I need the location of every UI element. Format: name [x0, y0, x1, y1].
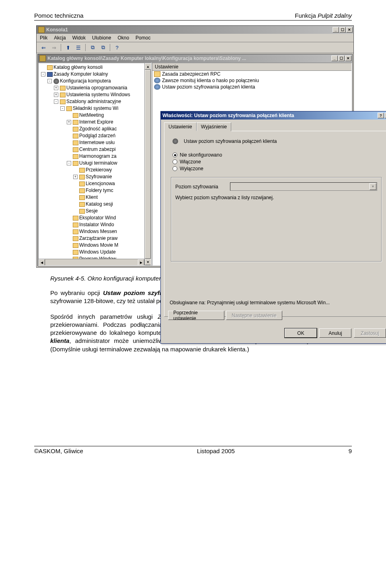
- folder-icon: [79, 168, 85, 173]
- vertical-scrollbar[interactable]: ▲ ▼: [144, 63, 151, 265]
- collapse-icon[interactable]: -: [67, 161, 71, 165]
- scroll-down-icon[interactable]: ▼: [145, 259, 151, 265]
- maximize-button[interactable]: ☐: [339, 27, 346, 33]
- menu-widok[interactable]: Widok: [72, 35, 86, 41]
- page-footer: ©ASKOM, Gliwice Listopad 2005 9: [34, 446, 352, 454]
- menu-plik[interactable]: Plik: [40, 35, 47, 41]
- radio-button[interactable]: [172, 159, 177, 164]
- radio-option[interactable]: Wyłączone: [172, 166, 382, 171]
- expand-icon[interactable]: +: [54, 93, 58, 97]
- list-header[interactable]: Ustawienie: [152, 63, 351, 71]
- minimize-button[interactable]: _: [333, 27, 339, 33]
- expand-icon[interactable]: +: [73, 175, 78, 179]
- folder-icon: [79, 188, 85, 193]
- tree-pane[interactable]: Katalog główny konsoli- Zasady Komputer …: [38, 62, 152, 266]
- tab-ustawienie[interactable]: Ustawienie: [164, 122, 197, 131]
- menu-okno[interactable]: Okno: [117, 35, 129, 41]
- tree-item[interactable]: Instalator Windo: [40, 221, 150, 228]
- radio-button[interactable]: [172, 153, 177, 157]
- collapse-icon[interactable]: -: [60, 106, 65, 111]
- tree-item[interactable]: Windows Messen: [40, 228, 150, 235]
- previous-setting-button[interactable]: Poprzednie ustawienie: [168, 311, 224, 320]
- tree-item[interactable]: Centrum zabezpi: [40, 146, 150, 153]
- tree-item[interactable]: - Usługi terminalow: [40, 160, 150, 167]
- dialog-titlebar[interactable]: Właściwości: Ustaw poziom szyfrowania po…: [161, 111, 386, 120]
- menu-ulubione[interactable]: Ulubione: [92, 35, 111, 41]
- encryption-level-dropdown[interactable]: ▼: [230, 182, 377, 191]
- ok-button[interactable]: OK: [285, 328, 317, 338]
- list-item[interactable]: Zasada zabezpieczeń RPC: [152, 71, 351, 77]
- up-button[interactable]: ⬆: [64, 43, 72, 52]
- folder-icon: [79, 202, 85, 207]
- folder-icon: [73, 243, 78, 248]
- tree-item-label: Klient: [86, 194, 98, 201]
- list-toggle-button[interactable]: ⧉: [99, 43, 107, 52]
- close-button[interactable]: ✕: [384, 113, 386, 118]
- tree-item[interactable]: - Szablony administracyjne: [40, 98, 150, 105]
- tree-item[interactable]: + Ustawienia oprogramowania: [40, 85, 150, 91]
- console-titlebar[interactable]: Konsola1 _ ☐ ✕: [37, 26, 353, 34]
- collapse-icon[interactable]: -: [41, 72, 45, 76]
- tree-item-label: Internetowe usłu: [79, 139, 115, 146]
- tree-item[interactable]: Zgodność aplikac: [40, 126, 150, 132]
- tree-item[interactable]: Foldery tymc: [40, 187, 150, 194]
- tree-item[interactable]: Licencjonowa: [40, 180, 150, 187]
- tree-item[interactable]: Podgląd zdarzeń: [40, 132, 150, 139]
- help-button[interactable]: ?: [378, 113, 384, 118]
- chevron-down-icon[interactable]: ▼: [370, 183, 376, 190]
- collapse-icon[interactable]: -: [54, 99, 58, 104]
- tree-item[interactable]: Eksplorator Wind: [40, 215, 150, 221]
- menu-akcja[interactable]: Akcja: [54, 35, 66, 41]
- help-button[interactable]: ?: [113, 43, 121, 52]
- tree-item[interactable]: Sesje: [40, 208, 150, 215]
- minimize-button[interactable]: _: [331, 56, 338, 61]
- list-item[interactable]: Zawsze monituj klienta o hasło po połącz…: [152, 77, 351, 84]
- scroll-up-icon[interactable]: ▲: [145, 63, 151, 70]
- tree-item[interactable]: NetMeeting: [40, 112, 150, 119]
- tree-item[interactable]: - Konfiguracja komputera: [40, 78, 150, 85]
- radio-option[interactable]: Nie skonfigurowano: [172, 152, 382, 158]
- close-button[interactable]: ✕: [345, 56, 351, 61]
- tree-item[interactable]: Zarządzanie praw: [40, 235, 150, 242]
- tree-item[interactable]: Katalog sesji: [40, 201, 150, 208]
- tree-item[interactable]: Katalog główny konsoli: [40, 64, 150, 71]
- next-setting-button: Następne ustawienie: [226, 311, 282, 320]
- expand-icon[interactable]: +: [67, 120, 71, 124]
- scroll-thumb[interactable]: [145, 70, 151, 259]
- tree-item[interactable]: Windows Movie M: [40, 242, 150, 249]
- folder-icon: [60, 99, 66, 104]
- tree-item[interactable]: Internetowe usłu: [40, 139, 150, 146]
- tree-item[interactable]: Przekierowy: [40, 167, 150, 173]
- mdi-titlebar[interactable]: Katalog główny konsoli\Zasady Komputer l…: [38, 54, 352, 62]
- scroll-right-icon[interactable]: ▶: [138, 259, 144, 266]
- tree-item[interactable]: - Zasady Komputer lokalny: [40, 71, 150, 78]
- tree-item[interactable]: Windows Update: [40, 249, 150, 256]
- tree-item[interactable]: - Składniki systemu Wi: [40, 105, 150, 112]
- radio-button[interactable]: [172, 166, 177, 171]
- folder-icon: [73, 154, 78, 159]
- tab-wyjasnienie[interactable]: Wyjaśnienie: [197, 122, 232, 131]
- radio-option[interactable]: Włączone: [172, 159, 382, 165]
- maximize-button[interactable]: ☐: [338, 56, 345, 61]
- close-button[interactable]: ✕: [346, 27, 353, 33]
- menu-pomoc[interactable]: Pomoc: [136, 35, 150, 41]
- forward-button[interactable]: ⇒: [49, 43, 58, 52]
- tree-toggle-button[interactable]: ⧉: [88, 43, 97, 52]
- tree-item[interactable]: + Szyfrowanie: [40, 173, 150, 180]
- props-button[interactable]: ☰: [74, 43, 83, 52]
- collapse-icon[interactable]: -: [47, 79, 52, 83]
- header-left: Pomoc techniczna: [34, 12, 84, 19]
- tree-item[interactable]: Klient: [40, 194, 150, 201]
- expand-icon[interactable]: +: [54, 86, 58, 90]
- scroll-left-icon[interactable]: ◀: [39, 259, 45, 266]
- horizontal-scrollbar[interactable]: ◀ ▶: [39, 259, 144, 265]
- tree-item[interactable]: Harmonogram za: [40, 153, 150, 160]
- tree-item-label: Licencjonowa: [86, 180, 115, 187]
- tree-item-label: Podgląd zdarzeń: [79, 132, 115, 139]
- console-title: Konsola1: [46, 27, 333, 33]
- tree-item[interactable]: + Ustawienia systemu Windows: [40, 91, 150, 98]
- cancel-button[interactable]: Anuluj: [319, 328, 351, 338]
- back-button[interactable]: ⇐: [39, 43, 48, 52]
- tree-item[interactable]: + Internet Explore: [40, 119, 150, 126]
- list-item[interactable]: Ustaw poziom szyfrowania połączeń klient…: [152, 84, 351, 90]
